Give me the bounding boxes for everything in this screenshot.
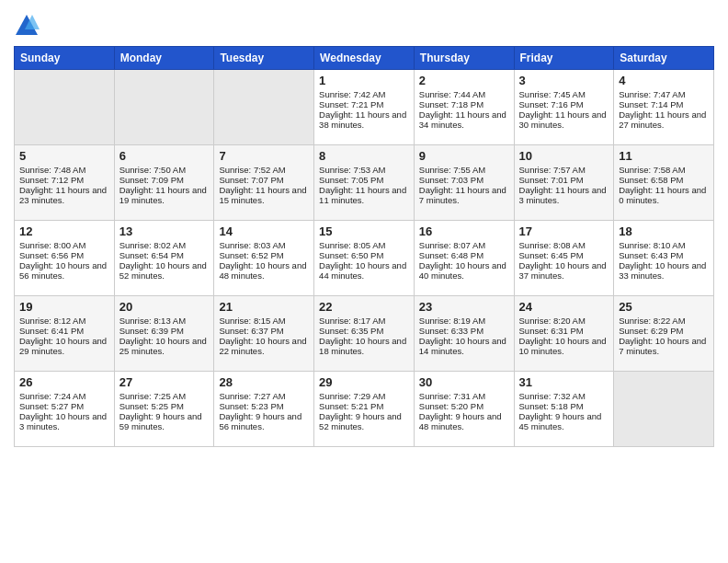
sunrise-text: Sunrise: 8:13 AM [119,316,210,326]
sunset-text: Sunset: 7:21 PM [319,99,409,109]
sunset-text: Sunset: 6:31 PM [519,326,609,336]
day-number: 3 [519,74,609,87]
day-number: 1 [319,74,409,87]
calendar-cell: 4Sunrise: 7:47 AMSunset: 7:14 PMDaylight… [614,70,714,145]
calendar-cell: 20Sunrise: 8:13 AMSunset: 6:39 PMDayligh… [114,296,214,372]
day-number: 7 [219,149,309,163]
calendar-cell: 11Sunrise: 7:58 AMSunset: 6:58 PMDayligh… [614,145,714,221]
sunset-text: Sunset: 6:41 PM [19,326,109,336]
sunset-text: Sunset: 6:45 PM [519,250,609,260]
sunset-text: Sunset: 6:56 PM [19,250,109,260]
sunrise-text: Sunrise: 8:00 AM [19,240,109,250]
calendar-body: 1Sunrise: 7:42 AMSunset: 7:21 PMDaylight… [15,70,714,447]
sunset-text: Sunset: 7:09 PM [119,175,210,185]
week-row-2: 5Sunrise: 7:48 AMSunset: 7:12 PMDaylight… [15,145,714,221]
calendar-cell [214,70,314,145]
sunrise-text: Sunrise: 7:50 AM [119,165,210,175]
daylight-text: Daylight: 10 hours and 37 minutes. [519,260,609,281]
sunset-text: Sunset: 7:14 PM [619,99,709,109]
sunrise-text: Sunrise: 8:05 AM [319,240,409,250]
calendar-cell: 1Sunrise: 7:42 AMSunset: 7:21 PMDaylight… [314,70,415,145]
calendar-header: SundayMondayTuesdayWednesdayThursdayFrid… [15,47,714,70]
sunset-text: Sunset: 5:23 PM [219,401,309,411]
daylight-text: Daylight: 10 hours and 56 minutes. [19,260,109,281]
calendar-cell: 18Sunrise: 8:10 AMSunset: 6:43 PMDayligh… [614,221,714,296]
sunrise-text: Sunrise: 7:31 AM [419,391,509,401]
sunset-text: Sunset: 6:37 PM [219,326,309,336]
sunset-text: Sunset: 6:54 PM [119,250,210,260]
day-number: 22 [319,300,409,314]
day-header-wednesday: Wednesday [314,47,415,70]
header-row: SundayMondayTuesdayWednesdayThursdayFrid… [15,47,714,70]
day-header-friday: Friday [514,47,614,70]
daylight-text: Daylight: 11 hours and 19 minutes. [119,185,210,205]
day-number: 20 [119,300,210,314]
sunrise-text: Sunrise: 7:48 AM [19,165,109,175]
calendar-cell: 8Sunrise: 7:53 AMSunset: 7:05 PMDaylight… [314,145,415,221]
sunset-text: Sunset: 7:18 PM [419,99,509,109]
sunrise-text: Sunrise: 7:44 AM [419,89,509,99]
calendar-cell: 25Sunrise: 8:22 AMSunset: 6:29 PMDayligh… [614,296,714,372]
sunrise-text: Sunrise: 7:57 AM [519,165,609,175]
daylight-text: Daylight: 9 hours and 56 minutes. [219,411,309,431]
sunrise-text: Sunrise: 7:58 AM [619,165,709,175]
sunrise-text: Sunrise: 7:55 AM [419,165,509,175]
sunrise-text: Sunrise: 7:29 AM [319,391,409,401]
sunrise-text: Sunrise: 8:02 AM [119,240,210,250]
daylight-text: Daylight: 10 hours and 29 minutes. [19,336,109,356]
day-number: 21 [219,300,309,314]
calendar-cell: 23Sunrise: 8:19 AMSunset: 6:33 PMDayligh… [414,296,514,372]
day-number: 16 [419,224,509,238]
calendar-cell: 9Sunrise: 7:55 AMSunset: 7:03 PMDaylight… [414,145,514,221]
day-number: 9 [419,149,509,163]
sunrise-text: Sunrise: 8:17 AM [319,316,409,326]
daylight-text: Daylight: 10 hours and 40 minutes. [419,260,509,281]
calendar-cell: 16Sunrise: 8:07 AMSunset: 6:48 PMDayligh… [414,221,514,296]
logo [14,13,43,39]
daylight-text: Daylight: 11 hours and 3 minutes. [519,185,609,205]
day-number: 25 [619,300,709,314]
daylight-text: Daylight: 10 hours and 22 minutes. [219,336,309,356]
day-number: 28 [219,375,309,389]
calendar-cell: 12Sunrise: 8:00 AMSunset: 6:56 PMDayligh… [15,221,115,296]
sunset-text: Sunset: 5:20 PM [419,401,509,411]
daylight-text: Daylight: 10 hours and 14 minutes. [419,336,509,356]
day-header-monday: Monday [114,47,214,70]
sunset-text: Sunset: 6:52 PM [219,250,309,260]
daylight-text: Daylight: 11 hours and 34 minutes. [419,109,509,130]
week-row-5: 26Sunrise: 7:24 AMSunset: 5:27 PMDayligh… [15,372,714,447]
daylight-text: Daylight: 10 hours and 3 minutes. [19,411,109,431]
calendar-cell: 2Sunrise: 7:44 AMSunset: 7:18 PMDaylight… [414,70,514,145]
week-row-3: 12Sunrise: 8:00 AMSunset: 6:56 PMDayligh… [15,221,714,296]
sunset-text: Sunset: 6:48 PM [419,250,509,260]
calendar-cell: 19Sunrise: 8:12 AMSunset: 6:41 PMDayligh… [15,296,115,372]
daylight-text: Daylight: 11 hours and 23 minutes. [19,185,109,205]
sunrise-text: Sunrise: 8:19 AM [419,316,509,326]
day-number: 4 [619,74,709,87]
sunset-text: Sunset: 7:01 PM [519,175,609,185]
daylight-text: Daylight: 9 hours and 48 minutes. [419,411,509,431]
sunset-text: Sunset: 5:18 PM [519,401,609,411]
sunset-text: Sunset: 6:35 PM [319,326,409,336]
sunset-text: Sunset: 6:29 PM [619,326,709,336]
sunset-text: Sunset: 6:58 PM [619,175,709,185]
day-number: 29 [319,375,409,389]
calendar-cell: 14Sunrise: 8:03 AMSunset: 6:52 PMDayligh… [214,221,314,296]
day-number: 23 [419,300,509,314]
sunset-text: Sunset: 7:16 PM [519,99,609,109]
sunrise-text: Sunrise: 7:32 AM [519,391,609,401]
header [14,9,714,39]
sunrise-text: Sunrise: 8:08 AM [519,240,609,250]
sunrise-text: Sunrise: 7:45 AM [519,89,609,99]
day-number: 19 [19,300,109,314]
day-number: 24 [519,300,609,314]
daylight-text: Daylight: 11 hours and 0 minutes. [619,185,709,205]
day-number: 8 [319,149,409,163]
calendar-cell: 5Sunrise: 7:48 AMSunset: 7:12 PMDaylight… [15,145,115,221]
sunset-text: Sunset: 6:50 PM [319,250,409,260]
daylight-text: Daylight: 9 hours and 59 minutes. [119,411,210,431]
daylight-text: Daylight: 11 hours and 11 minutes. [319,185,409,205]
daylight-text: Daylight: 11 hours and 38 minutes. [319,109,409,130]
sunrise-text: Sunrise: 7:47 AM [619,89,709,99]
daylight-text: Daylight: 10 hours and 7 minutes. [619,336,709,356]
